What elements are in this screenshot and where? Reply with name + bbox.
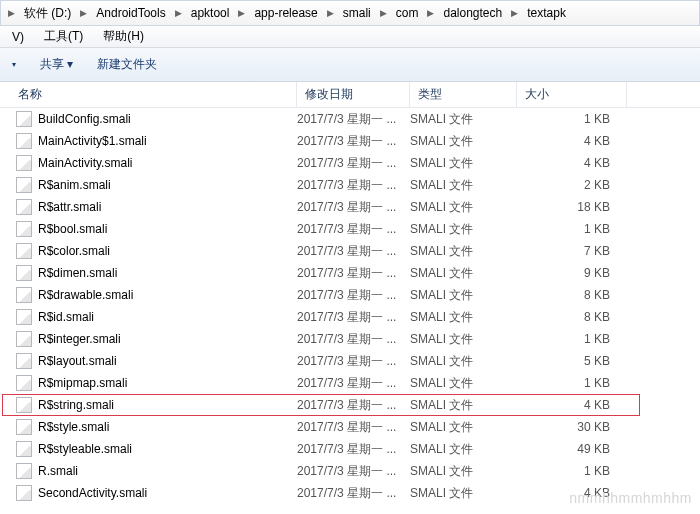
table-row[interactable]: R$id.smali2017/7/3 星期一 ...SMALI 文件8 KB	[0, 306, 700, 328]
file-size: 1 KB	[517, 332, 620, 346]
file-size: 4 KB	[517, 134, 620, 148]
file-date: 2017/7/3 星期一 ...	[297, 221, 410, 238]
file-name: R$attr.smali	[38, 200, 101, 214]
file-size: 1 KB	[517, 112, 620, 126]
chevron-right-icon[interactable]: ▶	[324, 8, 337, 18]
table-row[interactable]: MainActivity$1.smali2017/7/3 星期一 ...SMAL…	[0, 130, 700, 152]
table-row[interactable]: R$dimen.smali2017/7/3 星期一 ...SMALI 文件9 K…	[0, 262, 700, 284]
file-type: SMALI 文件	[410, 485, 517, 502]
file-type: SMALI 文件	[410, 441, 517, 458]
new-folder-button[interactable]: 新建文件夹	[91, 52, 163, 77]
table-row[interactable]: R$drawable.smali2017/7/3 星期一 ...SMALI 文件…	[0, 284, 700, 306]
file-name: R$string.smali	[38, 398, 114, 412]
file-size: 8 KB	[517, 310, 620, 324]
file-date: 2017/7/3 星期一 ...	[297, 133, 410, 150]
file-date: 2017/7/3 星期一 ...	[297, 441, 410, 458]
chevron-right-icon[interactable]: ▶	[508, 8, 521, 18]
file-list[interactable]: BuildConfig.smali2017/7/3 星期一 ...SMALI 文…	[0, 108, 700, 514]
table-row[interactable]: R$styleable.smali2017/7/3 星期一 ...SMALI 文…	[0, 438, 700, 460]
table-row[interactable]: R.smali2017/7/3 星期一 ...SMALI 文件1 KB	[0, 460, 700, 482]
file-type: SMALI 文件	[410, 221, 517, 238]
file-date: 2017/7/3 星期一 ...	[297, 419, 410, 436]
file-name: R$bool.smali	[38, 222, 107, 236]
table-row[interactable]: R$color.smali2017/7/3 星期一 ...SMALI 文件7 K…	[0, 240, 700, 262]
table-row[interactable]: R$anim.smali2017/7/3 星期一 ...SMALI 文件2 KB	[0, 174, 700, 196]
breadcrumb-segment[interactable]: app-release	[250, 1, 321, 25]
file-type: SMALI 文件	[410, 419, 517, 436]
table-row[interactable]: R$integer.smali2017/7/3 星期一 ...SMALI 文件1…	[0, 328, 700, 350]
breadcrumb[interactable]: ▶软件 (D:)▶AndroidTools▶apktool▶app-releas…	[0, 0, 700, 26]
toolbar: ▾ 共享 ▾ 新建文件夹	[0, 48, 700, 82]
file-type: SMALI 文件	[410, 309, 517, 326]
file-date: 2017/7/3 星期一 ...	[297, 353, 410, 370]
breadcrumb-segment[interactable]: com	[392, 1, 423, 25]
file-icon	[16, 155, 32, 171]
table-row[interactable]: R$style.smali2017/7/3 星期一 ...SMALI 文件30 …	[0, 416, 700, 438]
table-row[interactable]: BuildConfig.smali2017/7/3 星期一 ...SMALI 文…	[0, 108, 700, 130]
file-size: 4 KB	[517, 398, 620, 412]
chevron-right-icon[interactable]: ▶	[424, 8, 437, 18]
column-type[interactable]: 类型	[410, 82, 517, 107]
file-date: 2017/7/3 星期一 ...	[297, 485, 410, 502]
file-size: 9 KB	[517, 266, 620, 280]
chevron-right-icon[interactable]: ▶	[77, 8, 90, 18]
file-size: 2 KB	[517, 178, 620, 192]
file-size: 4 KB	[517, 486, 620, 500]
column-date[interactable]: 修改日期	[297, 82, 410, 107]
table-row[interactable]: R$bool.smali2017/7/3 星期一 ...SMALI 文件1 KB	[0, 218, 700, 240]
file-name: R$mipmap.smali	[38, 376, 127, 390]
share-button[interactable]: 共享 ▾	[34, 52, 79, 77]
table-row[interactable]: R$attr.smali2017/7/3 星期一 ...SMALI 文件18 K…	[0, 196, 700, 218]
breadcrumb-segment[interactable]: smali	[339, 1, 375, 25]
file-date: 2017/7/3 星期一 ...	[297, 287, 410, 304]
new-folder-label: 新建文件夹	[97, 56, 157, 73]
file-type: SMALI 文件	[410, 155, 517, 172]
table-row[interactable]: R$layout.smali2017/7/3 星期一 ...SMALI 文件5 …	[0, 350, 700, 372]
chevron-right-icon[interactable]: ▶	[377, 8, 390, 18]
file-date: 2017/7/3 星期一 ...	[297, 309, 410, 326]
file-size: 1 KB	[517, 222, 620, 236]
chevron-right-icon[interactable]: ▶	[235, 8, 248, 18]
file-icon	[16, 463, 32, 479]
organize-dropdown[interactable]: ▾	[6, 56, 22, 73]
file-icon	[16, 309, 32, 325]
table-row[interactable]: MainActivity.smali2017/7/3 星期一 ...SMALI …	[0, 152, 700, 174]
file-icon	[16, 419, 32, 435]
file-size: 4 KB	[517, 156, 620, 170]
chevron-right-icon[interactable]: ▶	[5, 8, 18, 18]
file-size: 7 KB	[517, 244, 620, 258]
file-icon	[16, 199, 32, 215]
file-name: R$layout.smali	[38, 354, 117, 368]
chevron-down-icon: ▾	[12, 60, 16, 69]
menu-view[interactable]: V)	[2, 28, 34, 46]
file-size: 49 KB	[517, 442, 620, 456]
breadcrumb-segment[interactable]: dalongtech	[439, 1, 506, 25]
file-icon	[16, 353, 32, 369]
file-name: R$dimen.smali	[38, 266, 117, 280]
breadcrumb-segment[interactable]: 软件 (D:)	[20, 1, 75, 25]
table-row[interactable]: R$mipmap.smali2017/7/3 星期一 ...SMALI 文件1 …	[0, 372, 700, 394]
file-type: SMALI 文件	[410, 375, 517, 392]
file-name: R$drawable.smali	[38, 288, 133, 302]
menu-help[interactable]: 帮助(H)	[93, 26, 154, 47]
table-row[interactable]: R$string.smali2017/7/3 星期一 ...SMALI 文件4 …	[0, 394, 700, 416]
share-label: 共享 ▾	[40, 56, 73, 73]
file-size: 8 KB	[517, 288, 620, 302]
file-icon	[16, 221, 32, 237]
file-name: R$integer.smali	[38, 332, 121, 346]
breadcrumb-segment[interactable]: textapk	[523, 1, 570, 25]
table-row[interactable]: SecondActivity.smali2017/7/3 星期一 ...SMAL…	[0, 482, 700, 504]
file-date: 2017/7/3 星期一 ...	[297, 155, 410, 172]
breadcrumb-segment[interactable]: apktool	[187, 1, 234, 25]
menubar: V) 工具(T) 帮助(H)	[0, 26, 700, 48]
column-size[interactable]: 大小	[517, 82, 627, 107]
file-size: 5 KB	[517, 354, 620, 368]
file-date: 2017/7/3 星期一 ...	[297, 463, 410, 480]
file-icon	[16, 441, 32, 457]
menu-tools[interactable]: 工具(T)	[34, 26, 93, 47]
file-date: 2017/7/3 星期一 ...	[297, 177, 410, 194]
chevron-right-icon[interactable]: ▶	[172, 8, 185, 18]
breadcrumb-segment[interactable]: AndroidTools	[92, 1, 169, 25]
column-name[interactable]: 名称	[0, 82, 297, 107]
file-icon	[16, 397, 32, 413]
